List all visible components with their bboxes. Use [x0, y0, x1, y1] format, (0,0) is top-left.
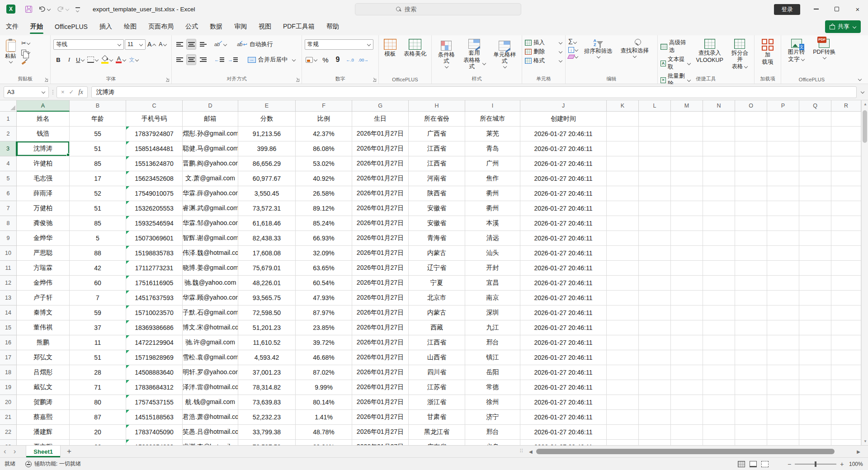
column-header-N[interactable]: N — [703, 100, 735, 112]
formula-input[interactable]: 沈博涛 — [91, 86, 857, 98]
cell-B12[interactable]: 60 — [70, 276, 126, 291]
tab-公式[interactable]: 公式 — [179, 18, 204, 35]
minimize-button[interactable] — [806, 0, 826, 18]
cell-N15[interactable] — [703, 320, 735, 335]
cell-A13[interactable]: 卢子轩 — [17, 291, 70, 306]
cell-H23[interactable]: 广东省 — [409, 440, 465, 445]
cell-K10[interactable] — [607, 246, 639, 261]
cell-O21[interactable] — [735, 410, 767, 425]
cell-D7[interactable]: 睿渊.武@gmail.com — [183, 201, 238, 216]
cell-N6[interactable] — [703, 186, 735, 201]
cell-A20[interactable]: 贺鹏涛 — [17, 395, 70, 410]
cell-I8[interactable]: 本溪 — [465, 216, 520, 231]
cell-styles-button[interactable]: 单元格样式 — [490, 40, 519, 69]
cell-J16[interactable]: 2026-01-27 20:46:11 — [520, 335, 607, 350]
cell-J15[interactable]: 2026-01-27 20:46:11 — [520, 320, 607, 335]
cell-K19[interactable] — [607, 380, 639, 395]
cell-E14[interactable]: 72,598.50 — [238, 306, 296, 320]
cell-R11[interactable] — [831, 261, 861, 276]
cell-E16[interactable]: 11,610.52 — [238, 335, 296, 350]
sort-filter-button[interactable]: AZ 排序和筛选 — [582, 38, 615, 59]
cell-N1[interactable] — [703, 112, 735, 127]
cell-I20[interactable]: 徐州 — [465, 395, 520, 410]
cell-P10[interactable] — [767, 246, 799, 261]
font-name-select[interactable]: 等线 — [53, 39, 124, 50]
cell-J19[interactable]: 2026-01-27 20:46:11 — [520, 380, 607, 395]
italic-button[interactable]: I — [64, 54, 74, 65]
cell-A16[interactable]: 熊鹏 — [17, 335, 70, 350]
cell-D12[interactable]: 驰.魏@yahoo.com — [183, 276, 238, 291]
cell-R15[interactable] — [831, 320, 861, 335]
cell-B9[interactable]: 5 — [70, 231, 126, 246]
cell-E22[interactable]: 33,799.38 — [238, 425, 296, 440]
cell-L5[interactable] — [639, 171, 671, 186]
cell-J12[interactable]: 2026-01-27 20:46:11 — [520, 276, 607, 291]
decrease-decimal-button[interactable]: .00→ — [357, 54, 369, 65]
increase-indent-button[interactable]: → — [227, 54, 239, 65]
cell-Q2[interactable] — [799, 127, 831, 141]
cell-K17[interactable] — [607, 350, 639, 365]
cell-Q5[interactable] — [799, 171, 831, 186]
cell-C3[interactable]: 15851484481 — [126, 141, 183, 156]
cell-M3[interactable] — [671, 141, 703, 156]
cell-H17[interactable]: 山西省 — [409, 350, 465, 365]
name-box[interactable]: A3 — [4, 86, 49, 98]
cell-C9[interactable]: 15073069601 — [126, 231, 183, 246]
find-select-button[interactable]: 查找和选择 — [618, 38, 651, 59]
cell-Q10[interactable] — [799, 246, 831, 261]
cell-D2[interactable]: 熠彤.孙@gmail.com — [183, 127, 238, 141]
cell-J5[interactable]: 2026-01-27 20:46:11 — [520, 171, 607, 186]
zoom-in-icon[interactable]: + — [840, 461, 844, 468]
scroll-right-icon[interactable]: ▶ — [857, 449, 860, 454]
cell-M9[interactable] — [671, 231, 703, 246]
cell-E10[interactable]: 17,608.08 — [238, 246, 296, 261]
cell-Q12[interactable] — [799, 276, 831, 291]
cell-G20[interactable]: 2026年01月27日 — [352, 395, 409, 410]
cell-R9[interactable] — [831, 231, 861, 246]
cell-M16[interactable] — [671, 335, 703, 350]
cell-K8[interactable] — [607, 216, 639, 231]
cell-Q14[interactable] — [799, 306, 831, 320]
cell-Q3[interactable] — [799, 141, 831, 156]
row-header-7[interactable]: 7 — [0, 201, 17, 216]
column-header-R[interactable]: R — [831, 100, 861, 112]
cell-Q18[interactable] — [799, 365, 831, 380]
cell-I6[interactable]: 衢州 — [465, 186, 520, 201]
cell-P21[interactable] — [767, 410, 799, 425]
cell-F11[interactable]: 63.65% — [296, 261, 352, 276]
collapse-ribbon-icon[interactable] — [858, 78, 862, 81]
column-header-E[interactable]: E — [238, 100, 296, 112]
cell-E1[interactable]: 分数 — [238, 112, 296, 127]
cell-C15[interactable]: 18369386686 — [126, 320, 183, 335]
cell-F2[interactable]: 42.37% — [296, 127, 352, 141]
fill-color-button[interactable] — [100, 54, 114, 65]
underline-button[interactable]: U — [75, 54, 85, 65]
cell-J4[interactable]: 2026-01-27 20:46:11 — [520, 156, 607, 171]
cell-D3[interactable]: 聪健.马@gmail.com — [183, 141, 238, 156]
cell-N14[interactable] — [703, 306, 735, 320]
cell-E7[interactable]: 73,572.31 — [238, 201, 296, 216]
cell-R14[interactable] — [831, 306, 861, 320]
cell-G11[interactable]: 2026年01月27日 — [352, 261, 409, 276]
cell-M5[interactable] — [671, 171, 703, 186]
next-sheet-icon[interactable]: › — [10, 447, 20, 456]
cell-B7[interactable]: 51 — [70, 201, 126, 216]
cell-R20[interactable] — [831, 395, 861, 410]
cell-I1[interactable]: 所在城市 — [465, 112, 520, 127]
cell-F4[interactable]: 53.02% — [296, 156, 352, 171]
cell-C17[interactable]: 15719828969 — [126, 350, 183, 365]
cell-E9[interactable]: 82,438.33 — [238, 231, 296, 246]
cell-L1[interactable] — [639, 112, 671, 127]
cell-Q8[interactable] — [799, 216, 831, 231]
cell-D21[interactable]: 君浩.萧@hotmail.com — [183, 410, 238, 425]
cell-A7[interactable]: 万健柏 — [17, 201, 70, 216]
comma-style-button[interactable]: 9 — [333, 54, 343, 65]
row-header-17[interactable]: 17 — [0, 350, 17, 365]
cell-E8[interactable]: 61,618.46 — [238, 216, 296, 231]
column-header-F[interactable]: F — [296, 100, 352, 112]
cell-E20[interactable]: 73,639.83 — [238, 395, 296, 410]
bold-button[interactable]: B — [53, 54, 63, 65]
cell-N16[interactable] — [703, 335, 735, 350]
format-as-table-button[interactable]: 套用 表格格式 — [460, 38, 488, 70]
cell-L10[interactable] — [639, 246, 671, 261]
